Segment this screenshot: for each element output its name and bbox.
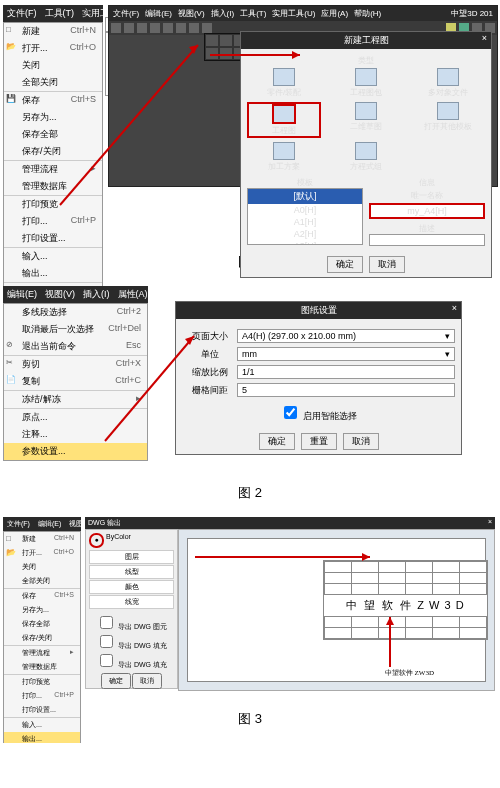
figure-1: 文件(F)工具(T)实用工 □新建Ctrl+N📂打开...Ctrl+O关闭全部关… — [0, 5, 500, 245]
export-palette: ●ByColor 图层 线型 颜色 线宽 导出 DWG 图元 导出 DWG 填充… — [85, 529, 178, 689]
menu-item[interactable]: 打印...Ctrl+P — [4, 213, 102, 230]
field-input[interactable]: A4(H) (297.00 x 210.00 mm)▾ — [237, 329, 455, 343]
menu-item[interactable]: 关闭 — [4, 560, 80, 574]
menu-item[interactable]: 输出... — [4, 732, 80, 743]
tab-bycolor[interactable]: ● — [89, 533, 104, 548]
ok-button[interactable]: 确定 — [259, 433, 295, 450]
menu-item[interactable]: 保存Ctrl+S — [4, 588, 80, 603]
ok-button[interactable]: 确定 — [327, 256, 363, 273]
figure-3: 文件(F)编辑(E)视图(V) □新建Ctrl+N📂打开...Ctrl+O关闭全… — [0, 517, 500, 702]
drawing-canvas: 中 望 软 件 Z W 3 D 中望软件 ZW3D — [178, 529, 495, 691]
title-block: 中 望 软 件 Z W 3 D — [323, 560, 488, 640]
menu-item[interactable]: 打印...Ctrl+P — [4, 689, 80, 703]
figure-2: 编辑(E)视图(V)插入(I)属性(A) 多线段选择Ctrl+2取消最后一次选择… — [0, 286, 500, 476]
menu-item[interactable]: 📄复制Ctrl+C — [4, 373, 147, 390]
menu-item[interactable]: 打印预览 — [4, 195, 102, 213]
menu-item[interactable]: 管理流程 — [4, 645, 80, 660]
chk-opt1[interactable] — [100, 616, 113, 629]
menu-item[interactable]: 管理数据库 — [4, 178, 102, 195]
menu-item[interactable]: 输出... — [4, 265, 102, 282]
menubar: 文件(F)工具(T)实用工 — [3, 5, 103, 22]
type-option[interactable]: 加工方案 — [247, 142, 321, 172]
smart-select-checkbox[interactable]: 启用智能选择 — [280, 411, 357, 421]
dialog-title: 新建工程图× — [241, 32, 491, 49]
chk-opt2[interactable] — [100, 635, 113, 648]
field-input[interactable]: 1/1 — [237, 365, 455, 379]
menu-item[interactable]: 保存/关闭 — [4, 631, 80, 645]
menu-item[interactable]: 打印预览 — [4, 674, 80, 689]
menu-item[interactable]: 另存为... — [4, 603, 80, 617]
menu-item[interactable]: 全部关闭 — [4, 74, 102, 91]
menu-item[interactable]: 参数设置... — [4, 443, 147, 460]
menu-item[interactable]: 打印设置... — [4, 703, 80, 717]
chk-opt3[interactable] — [100, 654, 113, 667]
name-input[interactable]: my_A4[H] — [369, 203, 485, 219]
type-option[interactable]: 打开其他模板 — [411, 102, 485, 138]
dialog-title: 图纸设置× — [176, 302, 461, 319]
menu-item[interactable]: 全部关闭 — [4, 574, 80, 588]
menu-item[interactable]: 取消最后一次选择Ctrl+Del — [4, 321, 147, 338]
cancel-button[interactable]: 取消 — [369, 256, 405, 273]
cancel-button[interactable]: 取消 — [132, 673, 162, 689]
menu-item[interactable]: ✂剪切Ctrl+X — [4, 355, 147, 373]
type-grid: 零件/装配工程图包多对象文件工程图二维草图打开其他模板加工方案方程式组 — [247, 68, 485, 172]
menubar-3: 文件(F)编辑(E)视图(V) — [3, 517, 81, 531]
template-listbox[interactable]: [默认]A0[H]A1[H]A2[H]A3[H]A4[H] — [247, 188, 363, 245]
menu-item[interactable]: 注释... — [4, 426, 147, 443]
menu-item[interactable]: 冻结/解冻 — [4, 390, 147, 408]
type-option[interactable]: 工程图 — [247, 102, 321, 138]
menu-item[interactable]: □新建Ctrl+N — [4, 23, 102, 40]
menu-item[interactable]: 输入... — [4, 247, 102, 265]
type-option[interactable]: 二维草图 — [329, 102, 403, 138]
file-menu-3: □新建Ctrl+N📂打开...Ctrl+O关闭全部关闭保存Ctrl+S另存为..… — [3, 531, 81, 743]
menu-item[interactable]: 原点... — [4, 408, 147, 426]
menu-item[interactable]: 输入... — [4, 717, 80, 732]
appbar-3: DWG 输出× — [85, 517, 495, 529]
menu-item[interactable]: 保存全部 — [4, 617, 80, 631]
cancel-button[interactable]: 取消 — [343, 433, 379, 450]
type-option[interactable]: 零件/装配 — [247, 68, 321, 98]
type-option[interactable]: 多对象文件 — [411, 68, 485, 98]
menu-item[interactable]: 管理数据库 — [4, 660, 80, 674]
new-drawing-dialog: 新建工程图× 类型 零件/装配工程图包多对象文件工程图二维草图打开其他模板加工方… — [240, 31, 492, 278]
menu-item[interactable]: ⊘退出当前命令Esc — [4, 338, 147, 355]
menu-item[interactable]: 多线段选择Ctrl+2 — [4, 304, 147, 321]
menubar-2: 编辑(E)视图(V)插入(I)属性(A) — [3, 286, 148, 303]
menu-item[interactable]: 💾保存Ctrl+S — [4, 91, 102, 109]
type-option[interactable]: 工程图包 — [329, 68, 403, 98]
ok-button[interactable]: 确定 — [101, 673, 131, 689]
caption-2: 图 2 — [0, 484, 500, 502]
edit-menu: 多线段选择Ctrl+2取消最后一次选择Ctrl+Del⊘退出当前命令Esc✂剪切… — [3, 303, 148, 461]
sheet-settings-dialog: 图纸设置× 页面大小A4(H) (297.00 x 210.00 mm)▾单位m… — [175, 301, 462, 455]
menu-item[interactable]: 📂打开...Ctrl+O — [4, 40, 102, 57]
menu-item[interactable]: 关闭 — [4, 57, 102, 74]
field-input[interactable]: 5 — [237, 383, 455, 397]
app-window: 文件(F)编辑(E)视图(V)插入(I)工具(T)实用工具(U)应用(A)帮助(… — [108, 5, 498, 187]
footer-text: 中望软件 ZW3D — [385, 668, 434, 678]
appbar: 文件(F)编辑(E)视图(V)插入(I)工具(T)实用工具(U)应用(A)帮助(… — [109, 6, 497, 21]
close-icon[interactable]: × — [452, 303, 457, 313]
menu-item[interactable]: □新建Ctrl+N — [4, 532, 80, 546]
menu-item[interactable]: 保存/关闭 — [4, 143, 102, 160]
menu-item[interactable]: 📂打开...Ctrl+O — [4, 546, 80, 560]
close-icon[interactable]: × — [482, 33, 487, 43]
reset-button[interactable]: 重置 — [301, 433, 337, 450]
menu-item[interactable]: 保存全部 — [4, 126, 102, 143]
field-input[interactable]: mm▾ — [237, 347, 455, 361]
menu-item[interactable]: 另存为... — [4, 109, 102, 126]
menu-item[interactable]: 打印设置... — [4, 230, 102, 247]
menu-item[interactable]: 管理流程 — [4, 160, 102, 178]
type-option[interactable]: 方程式组 — [329, 142, 403, 172]
desc-input[interactable] — [369, 234, 485, 246]
